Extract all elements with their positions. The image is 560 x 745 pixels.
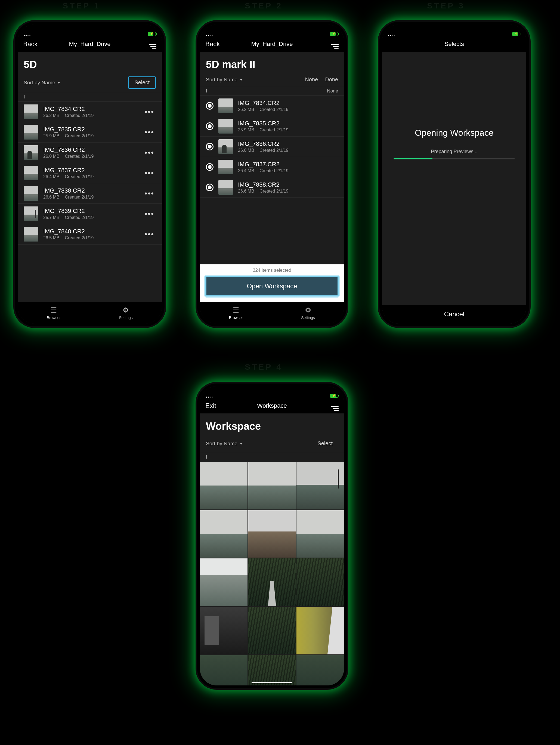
tab-settings[interactable]: ⚙ Settings [272, 302, 344, 324]
more-button[interactable]: ••• [145, 189, 156, 198]
content-area: 5D mark II Sort by Name ▾ None Done I No… [200, 52, 344, 302]
file-meta: 26.2 MBCreated 2/1/19 [238, 107, 338, 112]
menu-button[interactable] [314, 401, 339, 411]
file-row[interactable]: IMG_7835.CR225.9 MBCreated 2/1/19••• [18, 122, 162, 142]
select-radio[interactable] [206, 102, 213, 109]
grid-item[interactable] [248, 558, 296, 606]
file-row[interactable]: IMG_7837.CR226.4 MBCreated 2/1/19 [200, 157, 344, 177]
select-button[interactable]: Select [312, 438, 338, 449]
file-name: IMG_7834.CR2 [238, 100, 338, 107]
file-meta: 26.6 MBCreated 2/1/19 [238, 189, 338, 194]
sort-dropdown[interactable]: Sort by Name ▾ [206, 441, 242, 447]
file-name: IMG_7836.CR2 [43, 146, 140, 153]
page-title: Workspace [200, 414, 344, 435]
more-button[interactable]: ••• [145, 128, 156, 136]
file-name: IMG_7837.CR2 [238, 161, 338, 168]
more-button[interactable]: ••• [145, 169, 156, 177]
cancel-button[interactable]: Cancel [382, 305, 526, 324]
loading-subtitle: Preparing Previews... [382, 149, 526, 155]
file-meta: 26.0 MBCreated 2/1/19 [43, 154, 140, 159]
exit-button[interactable]: Exit [205, 402, 230, 410]
file-row[interactable]: IMG_7840.CR226.5 MBCreated 2/1/19••• [18, 224, 162, 245]
grid-item[interactable] [296, 462, 344, 510]
thumbnail [219, 160, 233, 174]
open-workspace-button[interactable]: Open Workspace [205, 276, 339, 296]
menu-button[interactable] [132, 39, 156, 49]
grid-item[interactable] [200, 558, 248, 606]
back-button[interactable]: Back [205, 40, 230, 48]
thumbnail [24, 125, 38, 139]
selection-count: 324 items selected [205, 268, 339, 273]
select-radio[interactable] [206, 163, 213, 171]
more-button[interactable]: ••• [145, 209, 156, 218]
grid-item[interactable] [248, 607, 296, 654]
file-info: IMG_7835.CR225.9 MBCreated 2/1/19 [43, 126, 140, 138]
file-meta: 26.5 MBCreated 2/1/19 [43, 235, 140, 240]
progress-bar [394, 158, 515, 159]
file-list[interactable]: IMG_7834.CR226.2 MBCreated 2/1/19•••IMG_… [18, 102, 162, 245]
nav-bar: Back My_Hard_Drive [18, 36, 162, 52]
file-name: IMG_7839.CR2 [43, 207, 140, 215]
more-button[interactable]: ••• [145, 148, 156, 157]
grid-item[interactable] [200, 510, 248, 558]
select-radio[interactable] [206, 143, 213, 151]
tab-bar: ☰ Browser ⚙ Settings [18, 302, 162, 324]
file-info: IMG_7840.CR226.5 MBCreated 2/1/19 [43, 228, 140, 240]
grid-item[interactable] [200, 607, 248, 654]
thumbnail [24, 104, 38, 119]
page-title: 5D mark II [200, 52, 344, 73]
done-button[interactable]: Done [325, 76, 338, 83]
sort-dropdown[interactable]: Sort by Name ▾ [24, 80, 60, 86]
grid-item[interactable] [200, 655, 248, 685]
tab-label: Settings [301, 316, 315, 320]
select-radio[interactable] [206, 122, 213, 130]
file-info: IMG_7837.CR226.4 MBCreated 2/1/19 [238, 161, 338, 173]
thumbnail [24, 166, 38, 180]
thumbnail [24, 206, 38, 221]
home-indicator[interactable] [252, 682, 292, 683]
file-name: IMG_7835.CR2 [238, 120, 338, 127]
file-list[interactable]: IMG_7834.CR226.2 MBCreated 2/1/19IMG_783… [200, 96, 344, 198]
file-row[interactable]: IMG_7839.CR225.7 MBCreated 2/1/19••• [18, 204, 162, 224]
file-name: IMG_7837.CR2 [43, 167, 140, 174]
grid-item[interactable] [296, 655, 344, 685]
phone-step-4: ⚡ Exit Workspace Workspace Sort by Name … [197, 384, 347, 688]
tab-label: Settings [119, 316, 133, 320]
more-button[interactable]: ••• [145, 230, 156, 238]
file-row[interactable]: IMG_7834.CR226.2 MBCreated 2/1/19••• [18, 102, 162, 122]
nav-title: Selects [412, 40, 496, 47]
none-button[interactable]: None [305, 76, 318, 83]
select-radio[interactable] [206, 184, 213, 191]
file-meta: 26.4 MBCreated 2/1/19 [238, 168, 338, 173]
tab-browser[interactable]: ☰ Browser [18, 302, 90, 324]
grid-item[interactable] [296, 607, 344, 654]
grid-item[interactable] [200, 462, 248, 510]
tab-settings[interactable]: ⚙ Settings [90, 302, 162, 324]
file-row[interactable]: IMG_7836.CR226.0 MBCreated 2/1/19 [200, 136, 344, 157]
hamburger-icon [331, 44, 339, 49]
file-row[interactable]: IMG_7838.CR226.6 MBCreated 2/1/19••• [18, 183, 162, 204]
photo-grid[interactable] [200, 462, 344, 685]
file-row[interactable]: IMG_7838.CR226.6 MBCreated 2/1/19 [200, 177, 344, 198]
thumbnail [219, 139, 233, 154]
more-button[interactable]: ••• [145, 107, 156, 116]
grid-item[interactable] [248, 510, 296, 558]
grid-item[interactable] [248, 655, 296, 685]
file-row[interactable]: IMG_7835.CR225.9 MBCreated 2/1/19 [200, 116, 344, 136]
back-button[interactable]: Back [23, 40, 47, 48]
section-none[interactable]: None [327, 88, 338, 94]
file-row[interactable]: IMG_7834.CR226.2 MBCreated 2/1/19 [200, 96, 344, 116]
sort-label: Sort by Name [206, 441, 237, 447]
sort-dropdown[interactable]: Sort by Name ▾ [206, 77, 242, 83]
grid-item[interactable] [296, 510, 344, 558]
grid-item[interactable] [296, 558, 344, 606]
grid-item[interactable] [248, 462, 296, 510]
select-button[interactable]: Select [128, 76, 156, 89]
gear-icon: ⚙ [305, 306, 311, 315]
file-info: IMG_7839.CR225.7 MBCreated 2/1/19 [43, 207, 140, 220]
nav-title: My_Hard_Drive [47, 40, 132, 47]
menu-button[interactable] [314, 39, 339, 49]
file-row[interactable]: IMG_7837.CR226.4 MBCreated 2/1/19••• [18, 163, 162, 183]
tab-browser[interactable]: ☰ Browser [200, 302, 272, 324]
file-row[interactable]: IMG_7836.CR226.0 MBCreated 2/1/19••• [18, 142, 162, 163]
